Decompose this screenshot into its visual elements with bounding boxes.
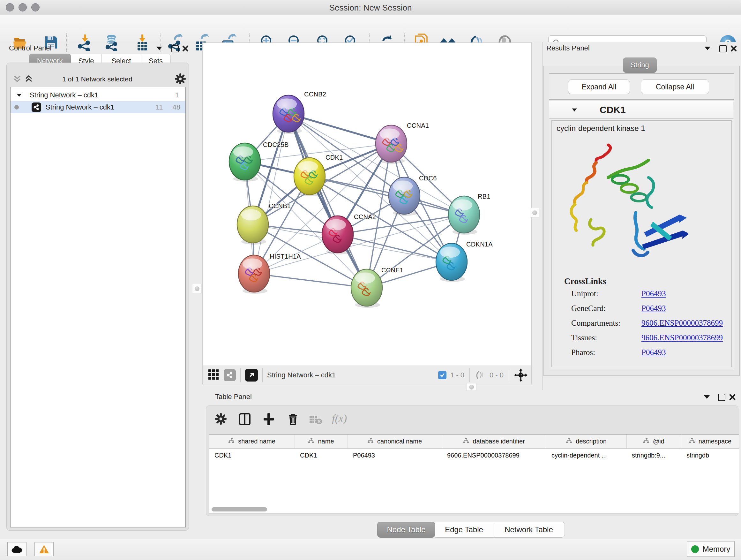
table-cell[interactable]: CDK1: [209, 449, 295, 462]
shared-attribute-icon: [643, 438, 650, 445]
shared-attribute-icon: [566, 438, 572, 445]
control-panel-menu-icon[interactable]: [156, 47, 162, 50]
open-in-window-icon[interactable]: [245, 369, 258, 381]
current-network-name: String Network – cdk1: [267, 371, 336, 379]
network-canvas[interactable]: CCNB2CCNA1CDC25BCDK1CDC6RB1CCNB1CCNA2CDK…: [202, 43, 532, 366]
network-node-ccnb2[interactable]: [273, 95, 304, 134]
expand-all-networks-icon[interactable]: [24, 75, 33, 84]
status-bar: [0, 539, 741, 560]
network-node-count: 11: [156, 103, 163, 111]
cloud-status-button[interactable]: [7, 542, 26, 556]
right-splitter-handle[interactable]: [530, 208, 539, 217]
results-panel-title: Results Panel: [546, 44, 590, 52]
crosslink-genecard[interactable]: P06493: [642, 304, 666, 317]
table-cell[interactable]: stringdb:9...: [627, 449, 681, 462]
strip-separator: [469, 368, 470, 382]
network-node-ccna1[interactable]: [376, 125, 407, 164]
results-panel-float-icon[interactable]: [719, 45, 727, 52]
network-status-dot-icon: [14, 105, 19, 110]
cytoscape-window: { "window": { "title": "Session: New Ses…: [0, 0, 741, 560]
protein-structure-image: [560, 139, 688, 270]
bottom-splitter-handle[interactable]: [466, 383, 476, 391]
import-table-file-icon[interactable]: [134, 34, 151, 51]
network-collection-row[interactable]: String Network – cdk1 1: [10, 89, 185, 101]
import-network-database-icon[interactable]: [104, 34, 120, 51]
warning-status-button[interactable]: [35, 542, 54, 556]
crosslink-pharos[interactable]: P06493: [642, 348, 666, 361]
gene-section-header[interactable]: CDK1: [549, 101, 733, 119]
control-panel-close-icon[interactable]: [182, 45, 189, 52]
network-item-row[interactable]: String Network – cdk1 11 48: [10, 101, 185, 113]
cloud-icon: [11, 545, 23, 553]
network-node-hist1h1a[interactable]: [239, 255, 270, 294]
tree-caret-icon[interactable]: [17, 94, 21, 97]
results-tab-string[interactable]: String: [623, 57, 657, 73]
column-header-namespace[interactable]: namespace: [681, 435, 739, 449]
gene-symbol: CDK1: [600, 105, 626, 115]
node-table[interactable]: shared namenamecanonical namedatabase id…: [209, 434, 739, 513]
column-header--id[interactable]: @id: [627, 435, 681, 449]
collapse-all-button[interactable]: Collapse All: [641, 79, 709, 94]
show-columns-icon[interactable]: [238, 413, 252, 427]
tab-edge-table[interactable]: Edge Table: [435, 522, 493, 538]
collapse-all-networks-icon[interactable]: [13, 75, 22, 84]
crosslink-compartments[interactable]: 9606.ENSP00000378699: [642, 319, 723, 331]
memory-button[interactable]: Memory: [687, 541, 735, 557]
title-bar: Session: New Session: [0, 0, 741, 15]
network-item-label: String Network – cdk1: [46, 103, 114, 111]
pan-crosshair-icon[interactable]: [514, 368, 528, 382]
table-settings-gear-icon[interactable]: [214, 413, 227, 427]
column-header-shared-name[interactable]: shared name: [209, 435, 295, 449]
left-splitter-handle[interactable]: [192, 284, 202, 294]
network-options-gear-icon[interactable]: [174, 73, 186, 86]
network-node-cdc25b[interactable]: [229, 143, 260, 182]
strip-separator: [262, 368, 263, 382]
memory-status-dot-icon: [691, 545, 699, 553]
tab-network-table[interactable]: Network Table: [493, 522, 565, 538]
gene-caret-icon[interactable]: [572, 108, 577, 111]
network-view-toolbar: String Network – cdk1 1 - 0 0 - 0: [202, 366, 532, 384]
birdseye-grid-icon[interactable]: [208, 369, 219, 381]
column-header-database-identifier[interactable]: database identifier: [442, 435, 546, 449]
network-node-ccne1[interactable]: [351, 269, 382, 308]
table-cell[interactable]: P06493: [348, 449, 442, 462]
hidden-items-eye-slash-icon: [475, 371, 486, 380]
table-cell[interactable]: 9606.ENSP00000378699: [442, 449, 546, 462]
add-column-icon[interactable]: [262, 413, 275, 427]
function-builder-icon: f(x): [332, 413, 347, 425]
results-panel-menu-icon[interactable]: [704, 47, 711, 50]
column-header-canonical-name[interactable]: canonical name: [348, 435, 442, 449]
main-toolbar: ?: [0, 15, 741, 42]
import-network-file-icon[interactable]: [76, 34, 92, 51]
network-node-cdkn1a[interactable]: [436, 243, 467, 282]
delete-column-trash-icon[interactable]: [286, 413, 299, 427]
selected-counts: 1 - 0: [450, 371, 464, 379]
network-graph[interactable]: [203, 43, 531, 366]
control-panel-float-icon[interactable]: [172, 45, 179, 52]
shared-attribute-icon: [308, 438, 315, 445]
table-cell[interactable]: cyclin-dependent ...: [546, 449, 627, 462]
table-hscrollbar[interactable]: [212, 507, 267, 511]
table-cell[interactable]: stringdb: [681, 449, 739, 462]
column-header-name[interactable]: name: [295, 435, 348, 449]
tab-node-table[interactable]: Node Table: [377, 522, 435, 538]
table-panel-close-icon[interactable]: [729, 394, 736, 401]
control-panel-title: Control Panel: [9, 44, 51, 52]
results-panel-close-icon[interactable]: [730, 45, 737, 52]
strip-separator: [509, 368, 509, 382]
network-node-rb1[interactable]: [448, 196, 480, 235]
table-cell[interactable]: CDK1: [295, 449, 348, 462]
network-share-toggle-icon[interactable]: [224, 369, 236, 381]
network-node-ccnb1[interactable]: [237, 206, 268, 245]
table-panel-menu-icon[interactable]: [704, 395, 710, 399]
delete-table-icon: [309, 415, 322, 426]
table-panel-float-icon[interactable]: [718, 394, 725, 401]
expand-all-button[interactable]: Expand All: [568, 79, 630, 94]
network-node-cdc6[interactable]: [389, 177, 420, 216]
crosslink-tissues[interactable]: 9606.ENSP00000378699: [642, 333, 723, 346]
table-panel-title: Table Panel: [215, 393, 252, 401]
column-header-description[interactable]: description: [546, 435, 627, 449]
toolbar-separator: [66, 33, 67, 52]
crosslink-uniprot[interactable]: P06493: [642, 289, 666, 302]
selected-nodes-checkbox[interactable]: [438, 371, 447, 379]
